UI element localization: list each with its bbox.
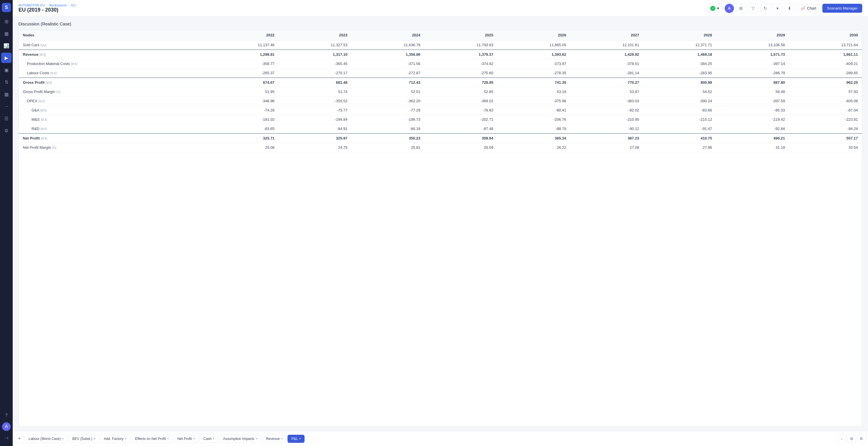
tab-label-labour-worst: Labour (Worst Case) [29,437,61,441]
table-row: Net Profit Margin [%]25.0824.7525.8126.0… [19,143,862,152]
tab-chevron-cash: ▾ [213,437,214,440]
cell-production-material-costs-col-8: -409.21 [789,59,862,68]
header-right: ✓ ▾ A ⊞ ▽ ↻ ▾ ⬇ 📈 Chart Scenario Manager [707,3,862,13]
tab-scroll-left-icon[interactable]: ‹ [837,435,846,443]
scenario-manager-button[interactable]: Scenario Manager [823,4,862,13]
cell-gross-profit-col-4: 741.30 [497,78,570,87]
main-content: AUTOMOTIVE EU › Workspaces › EU EU (2019… [13,0,868,446]
download-icon[interactable]: ⬇ [785,3,795,13]
cell-production-material-costs-col-0: -358.77 [206,59,279,68]
status-button[interactable]: ✓ ▾ [707,4,722,13]
chart-label: Chart [807,6,816,10]
cell-ms-col-4: -206.76 [497,115,570,124]
cell-net-profit-col-1: 325.97 [279,133,351,143]
cell-net-profit-margin-col-8: 33.54 [789,143,862,152]
cell-ga-col-6: -83.66 [643,106,716,115]
cell-opex-col-8: -405.08 [789,96,862,106]
chart-icon: 📈 [801,6,805,10]
cell-ga-col-5: -82.02 [570,106,643,115]
cell-net-profit-col-7: 490.21 [716,133,789,143]
cell-net-profit-col-3: 359.94 [425,133,497,143]
tab-labour-worst[interactable]: Labour (Worst Case) ▾ [25,435,67,443]
cell-gross-profit-col-6: 800.99 [643,78,716,87]
status-chevron: ▾ [717,6,719,10]
settings-icon[interactable]: ⚙ [1,125,11,136]
cell-node-name-net-profit-margin: Net Profit Margin [%] [19,143,206,152]
cell-ms-col-0: -191.02 [206,115,279,124]
cell-net-profit-col-0: 325.71 [206,133,279,143]
tab-chevron-net-profit: ▾ [193,437,195,440]
header: AUTOMOTIVE EU › Workspaces › EU EU (2019… [13,0,868,17]
cell-ms-col-8: -223.81 [789,115,862,124]
user-avatar[interactable]: A [725,4,734,13]
cell-ga-col-3: -78.83 [425,106,497,115]
tab-net-profit[interactable]: Net Profit ▾ [174,435,198,443]
refresh-chevron[interactable]: ▾ [773,3,782,13]
breadcrumb-eu[interactable]: EU [71,3,76,7]
tab-label-revenue: Revenue [266,437,280,441]
filter-icon[interactable]: ▽ [748,3,758,13]
chart-button[interactable]: 📈 Chart [797,4,820,12]
cell-gross-profit-margin-col-3: 52.85 [425,87,497,96]
cell-labour-costs-col-8: -289.65 [789,68,862,78]
breadcrumb: AUTOMOTIVE EU › Workspaces › EU [19,3,76,7]
cell-revenue-col-3: 1,379.37 [425,50,497,59]
doc-icon[interactable]: ☰ [1,113,11,124]
cell-net-profit-margin-col-4: 26.22 [497,143,570,152]
cell-ms-col-6: -215.12 [643,115,716,124]
tab-bev-subst[interactable]: BEV (Subst.) ▾ [68,435,99,443]
hierarchy-icon[interactable]: ⊞ [736,3,746,13]
grid-icon[interactable]: ▦ [1,89,11,99]
help-icon[interactable]: ? [1,410,11,421]
cell-revenue-col-5: 1,429.92 [570,50,643,59]
cell-sold-cars-col-0: 11,137.46 [206,40,279,50]
table-row: M&S [M.€]-191.02-194.84-198.73-202.71-20… [19,115,862,124]
cell-labour-costs-col-4: -278.35 [497,68,570,78]
chart-bar-icon[interactable]: 📊 [1,40,11,51]
transfer-icon[interactable]: ⇅ [1,77,11,87]
table-row: Revenue [M.€]1,298.811,317.101,356.861,3… [19,50,862,59]
play-icon[interactable]: ▶ [1,53,11,63]
tab-pl[interactable]: P&L ▾ [287,435,305,443]
tab-chevron-labour-worst: ▾ [62,437,64,440]
cell-production-material-costs-col-6: -384.25 [643,59,716,68]
cell-ms-col-5: -210.90 [570,115,643,124]
breadcrumb-workspaces[interactable]: Workspaces [50,3,67,7]
cell-gross-profit-margin-col-1: 51.74 [279,87,351,96]
home-icon[interactable]: ⊞ [1,16,11,27]
cell-opex-col-7: -397.59 [716,96,789,106]
refresh-icon[interactable]: ↻ [761,3,770,13]
tab-grid-icon[interactable]: ⊞ [847,435,856,443]
tab-revenue[interactable]: Revenue ▾ [262,435,286,443]
add-tab-button[interactable]: + [15,435,24,443]
tab-add-factory[interactable]: Add. Factory ▾ [100,435,130,443]
table-row: G&A [M.€]-74.28-75.77-77.29-78.83-80.41-… [19,106,862,115]
cell-labour-costs-col-6: -283.95 [643,68,716,78]
node-name-labour-costs: Labour Costs [27,71,49,75]
dashboard-icon[interactable]: ▦ [1,28,11,39]
tab-chevron-effects-net-profit: ▾ [167,437,169,440]
cell-node-name-opex: OPEX [M.€] [19,96,206,106]
col-2022: 2022 [206,30,279,40]
cell-labour-costs-col-5: -281.14 [570,68,643,78]
avatar-icon[interactable]: A [2,422,11,431]
breadcrumb-automotive[interactable]: AUTOMOTIVE EU [19,3,45,7]
video-icon[interactable]: ▣ [1,65,11,75]
tab-settings-icon[interactable]: ⚙ [857,435,866,443]
cell-ms-col-3: -202.71 [425,115,497,124]
tab-chevron-bev-subst: ▾ [94,437,95,440]
node-name-gross-profit-margin: Gross Profit Margin [23,90,55,94]
tab-cash[interactable]: Cash ▾ [200,435,218,443]
logout-icon[interactable]: ⊣ [1,433,11,443]
cell-ga-col-4: -80.41 [497,106,570,115]
table-row: Labour Costs [M.€]-265.37-270.17-272.87-… [19,68,862,78]
tab-effects-net-profit[interactable]: Effects on Net Profit ▾ [131,435,173,443]
cell-rd-col-3: -87.48 [425,124,497,134]
arrow-right-icon[interactable]: → [1,101,11,112]
cell-opex-col-2: -362.20 [351,96,424,106]
table-header-row: Nodes 2022 2023 2024 2025 2026 2027 2028… [19,30,862,40]
tab-chevron-pl: ▾ [299,437,301,440]
col-nodes: Nodes [19,30,206,40]
cell-ms-col-7: -219.42 [716,115,789,124]
tab-assumption-impacts[interactable]: Assumption Impacts ▾ [219,435,261,443]
